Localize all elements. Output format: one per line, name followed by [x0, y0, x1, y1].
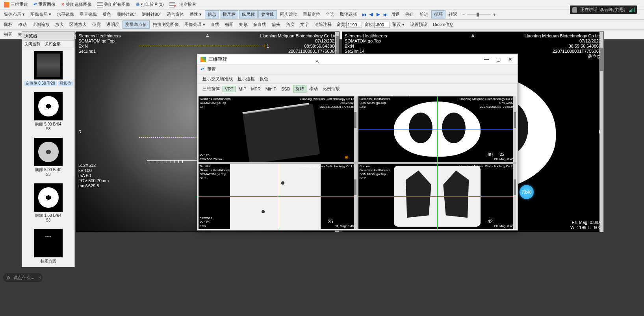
reset-image-button[interactable]: ↶ 重置图像 — [31, 1, 58, 8]
tab-close-current[interactable]: 关闭当前 — [22, 41, 43, 48]
view-scrollbar[interactable] — [513, 164, 516, 229]
ellipse-tool[interactable]: 椭圆 — [223, 21, 236, 28]
scale-tool-3d[interactable]: 比例缩放 — [321, 85, 342, 92]
ruler-v-toggle[interactable]: 纵尺标 — [239, 10, 258, 18]
clear-film-button[interactable]: ✕清空胶片 — [167, 1, 199, 8]
back-btn[interactable]: 后退 — [389, 11, 402, 18]
collapse-icon[interactable]: ‹ — [39, 275, 46, 281]
minimize-button[interactable]: — — [481, 55, 492, 63]
undo-icon: ↶ — [200, 67, 204, 72]
rotate-tool[interactable]: 旋转 — [293, 85, 306, 92]
view-axial[interactable]: Siemens HealthineersSOMATOM go.TopSe:2 L… — [358, 96, 517, 162]
nav-first-icon[interactable]: ⏮ — [361, 11, 367, 18]
speed-slider[interactable] — [467, 14, 491, 15]
angle-tool[interactable]: 角度 — [284, 21, 297, 28]
ruler-h-toggle[interactable]: 横尺标 — [220, 10, 238, 18]
ccw90-btn[interactable]: 逆时针90° — [139, 11, 164, 18]
mpr-tab[interactable]: MPR — [249, 86, 262, 92]
view-sagittal[interactable]: SagittalSiemens HealthineersSOMATOM go.T… — [199, 164, 357, 229]
sync-scroll-btn[interactable]: 同步滚动 — [278, 11, 300, 18]
playback-dd[interactable]: 播速 ▾ — [187, 11, 204, 18]
vrt-tab[interactable]: VRT — [223, 86, 236, 92]
maximize-button[interactable]: ▢ — [492, 55, 504, 63]
reference-toggle[interactable]: 参考线 — [258, 10, 277, 18]
h-mirror-btn[interactable]: 水平镜像 — [54, 11, 76, 18]
dialog-titlebar[interactable]: 三维重建 — ▢ ✕ — [197, 54, 518, 65]
cancel-sel-btn[interactable]: 取消选择 — [338, 11, 360, 18]
relocate-btn[interactable]: 重新定位 — [301, 11, 323, 18]
show-border-toggle[interactable]: 显示边框 — [236, 76, 257, 82]
nav-prev-icon[interactable]: ◀ — [368, 11, 374, 18]
select-all-btn[interactable]: 全选 — [323, 11, 337, 18]
ww-tool[interactable]: 位宽 — [90, 21, 103, 28]
arrow-tool[interactable]: 箭头 — [269, 21, 283, 28]
show-crosshair-toggle[interactable]: 显示交叉瞄准线 — [200, 76, 235, 82]
close-selected-button[interactable]: ✕ 关闭选择图像 — [59, 1, 94, 8]
move-tool-3d[interactable]: 移动 — [307, 85, 320, 92]
chat-input[interactable]: 说点什么... ‹ — [3, 273, 43, 282]
mip-tab[interactable]: MIP — [237, 86, 249, 92]
view-vrt[interactable]: Siemens HealthineersSOMATOM go.TopEx: Li… — [199, 96, 357, 162]
minip-tab[interactable]: MinIP — [264, 86, 278, 92]
app-icon — [200, 57, 206, 62]
nav-next-icon[interactable]: ▶ — [375, 11, 381, 18]
polyline-tool[interactable]: 多直线 — [251, 21, 269, 28]
cursor-icon: ↖ — [316, 59, 320, 65]
orientation-a-marker: A — [471, 33, 474, 38]
view-scrollbar[interactable] — [354, 96, 357, 162]
set-preset-btn[interactable]: 设置预设 — [408, 21, 430, 28]
series-thumb-3[interactable]: 胸部 1.50 Br64 S3 — [22, 180, 74, 226]
cw90-btn[interactable]: 顺时针90° — [114, 11, 139, 18]
close-button[interactable]: ✕ — [504, 55, 516, 63]
viewer-scrollbar[interactable] — [599, 32, 603, 232]
region-zoom-tool[interactable]: 区域放大 — [67, 21, 89, 28]
fit-window-btn[interactable]: 适合窗体 — [164, 11, 186, 18]
browser-title: 浏览器 — [22, 32, 74, 41]
rect-tool[interactable]: 矩形 — [237, 21, 250, 28]
preset-dd[interactable]: 预设 ▾ — [390, 21, 407, 28]
text-tool[interactable]: 文字 — [298, 21, 311, 28]
series-thumb-2[interactable]: 胸部 5.00 Br40 S3 — [22, 135, 74, 180]
zoom-tool[interactable]: 放大 — [53, 21, 66, 28]
move-tool[interactable]: 移动 — [16, 21, 29, 28]
roundtrip-btn[interactable]: 往返 — [446, 11, 460, 18]
overlay-tr: Liaoning Meiquan Biotechnology Co Ltd07/… — [525, 33, 601, 59]
ww-input[interactable] — [346, 22, 362, 28]
info-toggle[interactable]: 信息 — [205, 10, 219, 18]
tab-close-all[interactable]: 关闭全部 — [43, 41, 63, 48]
dialog-invert-btn[interactable]: 反色 — [258, 76, 270, 82]
dialog-reset-btn[interactable]: 重置 — [205, 66, 218, 73]
clear-note-btn[interactable]: 清除注释 — [312, 21, 334, 28]
series-thumb-0[interactable]: 定位像 0.60 Tr20 冠状位 — [22, 48, 74, 89]
print-film-button[interactable]: 🖶 打印胶片(0) — [133, 1, 166, 8]
nav-last-icon[interactable]: ⏭ — [382, 11, 388, 18]
invert-btn[interactable]: 反色 — [100, 11, 113, 18]
loop-toggle[interactable]: 循环 — [431, 10, 445, 18]
stop-btn[interactable]: 停止 — [403, 11, 416, 18]
v-mirror-btn[interactable]: 垂直镜像 — [77, 11, 99, 18]
cube-icon — [4, 2, 9, 7]
overlay-bl: 512X512kV:100mA:60FOV:500.70mmmm/-629.5 — [78, 163, 109, 188]
image-proc-dd[interactable]: 图像处理 ▾ — [182, 21, 208, 28]
wl-input[interactable] — [374, 22, 390, 28]
recon3d-button[interactable]: 三维重建 — [2, 1, 30, 8]
scale-tool[interactable]: 比例缩放 — [30, 21, 52, 28]
view-coronal[interactable]: CoronalSiemens HealthineersSOMATOM go.To… — [358, 164, 517, 229]
ssd-tab[interactable]: SSD — [279, 86, 292, 92]
forward-btn[interactable]: 前进 — [417, 11, 431, 18]
single-point-tool[interactable]: 测量单点值 — [122, 20, 150, 29]
timer-badge[interactable]: 73:40 — [520, 185, 534, 199]
line-tool[interactable]: 直线 — [208, 21, 222, 28]
close-all-button[interactable]: 关闭所有图像 — [95, 1, 132, 8]
image-layout-dd[interactable]: 图像布局 ▾ — [28, 11, 54, 18]
drag-browse-tool[interactable]: 拖拽浏览图像 — [150, 21, 181, 28]
view-scrollbar[interactable] — [354, 164, 357, 229]
roi-ellipse[interactable]: 椭圆 — [2, 31, 15, 38]
mouse-tool[interactable]: 鼠标 — [2, 21, 15, 28]
view-scrollbar[interactable] — [513, 96, 516, 162]
series-thumb-4[interactable]: ■■■■────── 挂图方案 — [22, 226, 74, 267]
dicom-info-btn[interactable]: Dicom信息 — [431, 21, 456, 28]
opacity-tool[interactable]: 透明度 — [104, 21, 122, 28]
window-layout-dd[interactable]: 窗体布局 ▾ — [2, 11, 27, 18]
series-thumb-1[interactable]: 胸部 5.00 Br64 S3 — [22, 89, 74, 135]
